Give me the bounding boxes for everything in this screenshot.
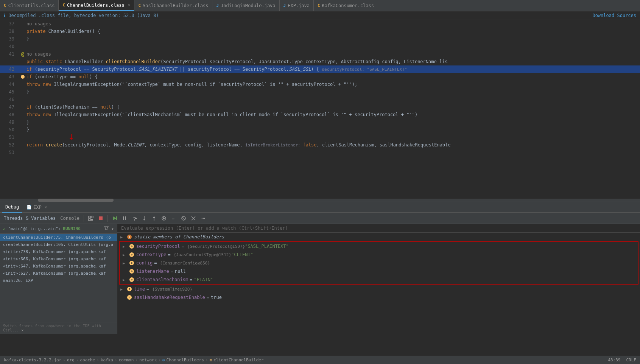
status-right: 43:39 CRLF [608,358,636,362]
var-listenername[interactable]: o listenerName = null [120,267,638,275]
status-bar: kafka-clients-3.2.2.jar › org › apache ›… [0,356,640,364]
tab-exp[interactable]: J EXP.java [280,0,314,11]
breadcrumb-method-icon: m [210,358,212,362]
svg-rect-7 [123,216,124,220]
svg-rect-0 [89,216,90,218]
mute-button[interactable] [179,214,188,222]
cursor-position: 43:39 [608,358,620,362]
debug-tab-debug[interactable]: Debug [2,202,22,213]
var-config[interactable]: ▶ o config = {ConsumerConfig@856} [120,259,638,267]
step-over-button[interactable] [130,214,139,222]
frame-item-1[interactable]: createChannelBuilder:105, ClientUtils (o… [0,241,117,248]
var-securityprotocol[interactable]: ▶ o securityProtocol = {SecurityProtocol… [120,242,638,250]
expand-time[interactable]: ▶ [120,287,126,291]
breadcrumb-channelbuilders: ChannelBuilders [167,358,204,362]
frame-item-6[interactable]: main:26, EXP [0,277,117,284]
info-bar: ℹ Decompiled .class file, bytecode versi… [0,11,640,20]
pause-button[interactable] [120,214,129,222]
restore-layout-button[interactable] [87,214,95,222]
debug-panel: Debug 📄 EXP ✕ Threads & Variables Consol… [0,202,640,334]
var-time[interactable]: ▶ o time = {SystemTime@920} [117,285,640,293]
breadcrumb-org: org [67,358,75,362]
var-saslhandshake[interactable]: o saslHandshakeRequestEnable = true [117,293,640,302]
var-icon-config: o [129,260,135,266]
code-line-40: 40 [0,43,640,50]
expand-clientsaslmechanism[interactable]: ▶ [123,278,129,282]
switch-hint: Switch frames from anywhere in the IDE w… [0,322,117,334]
expand-static[interactable]: ▶ [120,235,126,239]
breadcrumb-method: clientChannelBuilder [213,358,263,362]
var-clientsaslmechanism[interactable]: ▶ o clientSaslMechanism = "PLAIN" [120,275,638,284]
debug-content: ✓ "main"@1 in g...ain": RUNNING ▾ client… [0,224,640,334]
chevron-down-icon[interactable]: ▾ [111,226,114,232]
var-eq-1: = [182,244,184,249]
code-line-43: 43 if (contextType == null) { [0,73,640,81]
download-sources-link[interactable]: Download Sources [592,13,636,18]
console-button[interactable]: Console [59,214,81,222]
frame-item-4[interactable]: <init>:647, KafkaConsumer (org.apache.ka… [0,263,117,270]
frame-item-5[interactable]: <init>:627, KafkaConsumer (org.apache.ka… [0,270,117,277]
tab-channelbuilders[interactable]: C ChannelBuilders.class ✕ [59,0,134,11]
pause-icon [122,216,127,221]
expand-securityprotocol[interactable]: ▶ [123,244,129,249]
code-line-37: 37 no usages [0,20,640,28]
resume-button[interactable] [111,214,119,222]
evaluate-button[interactable]: = [170,214,178,222]
var-value-saslhandshake: true [211,295,222,300]
tab-jndiloginmodule[interactable]: J JndiLoginModule.java [212,0,279,11]
var-type-contexttype: {JaasContext$Type@1512} [174,252,231,257]
eval-bar[interactable]: Evaluate expression (Enter) or add a wat… [117,224,640,233]
filter-icon[interactable] [104,226,109,232]
run-to-cursor-icon [161,216,167,221]
frame-item-0[interactable]: clientChannelBuilder:75, ChannelBuilders… [0,234,117,241]
var-type-config: {ConsumerConfig@856} [160,261,210,266]
scrollbar-thumb[interactable] [38,199,114,202]
frame-item-3[interactable]: <init>:666, KafkaConsumer (org.apache.ka… [0,255,117,263]
run-to-cursor-button[interactable] [160,214,168,222]
breadcrumb-channelbuilders-icon: ⊙ [162,358,165,362]
breadcrumb-jar: kafka-clients-3.2.2.jar [4,358,61,362]
clear-icon [191,216,196,221]
code-line-50: 50 } [0,126,640,134]
breadcrumb-common: common [119,358,134,362]
var-icon-contexttype: o [129,252,135,258]
expand-config[interactable]: ▶ [123,261,129,265]
code-line-44: 44 throw new IllegalArgumentException("`… [0,81,640,88]
debug-tab-exp[interactable]: 📄 EXP ✕ [23,202,50,213]
eval-placeholder: Evaluate expression (Enter) or add a wat… [121,226,288,231]
exp-tab-close[interactable]: ✕ [45,205,47,210]
var-contexttype[interactable]: ▶ o contextType = {JaasContext$Type@1512… [120,250,638,259]
static-icon: s [127,235,132,239]
step-into-icon [142,216,147,221]
tab-kafkaconsumer[interactable]: C KafkaConsumer.class [314,0,378,11]
clear-button[interactable] [189,214,198,222]
var-value-securityprotocol: "SASL_PLAINTEXT" [245,244,289,249]
horizontal-scrollbar[interactable] [0,199,640,202]
var-name-listenername: listenerName [136,269,169,274]
var-icon-time: o [126,286,132,292]
code-line-53: 53 [0,149,640,156]
stop-button[interactable] [97,214,105,222]
frames-spacer [0,284,117,322]
var-icon-securityprotocol: o [129,243,135,249]
var-static[interactable]: ▶ s static members of ChannelBuilders [117,233,640,241]
object-icon-6: o [127,287,132,291]
breakpoint-dot[interactable] [21,75,25,79]
more-button[interactable]: ⋯ [199,214,207,222]
var-name-contexttype: contextType [136,252,166,257]
switch-hint-close[interactable]: ✕ [21,328,23,332]
var-static-label: static members of ChannelBuilders [134,234,224,240]
code-line-47: 47 if (clientSaslMechanism == null) { [0,103,640,111]
thread-running-icon: ✓ [3,226,6,232]
svg-marker-14 [153,216,155,218]
breadcrumb-kafka: kafka [101,358,113,362]
expand-contexttype[interactable]: ▶ [123,253,129,257]
step-into-button[interactable] [140,214,148,222]
debug-toolbar: Threads & Variables Console = [0,213,640,224]
tab-clientutils[interactable]: C ClientUtils.class [0,0,59,11]
frame-item-2[interactable]: <init>:738, KafkaConsumer (org.apache.ka… [0,248,117,255]
step-out-button[interactable] [150,214,158,222]
var-value-clientsaslmechanism: "PLAIN" [194,277,213,282]
tab-close-channelbuilders[interactable]: ✕ [128,3,131,8]
tab-saslchannelbuilder[interactable]: C SaslChannelBuilder.class [134,0,212,11]
